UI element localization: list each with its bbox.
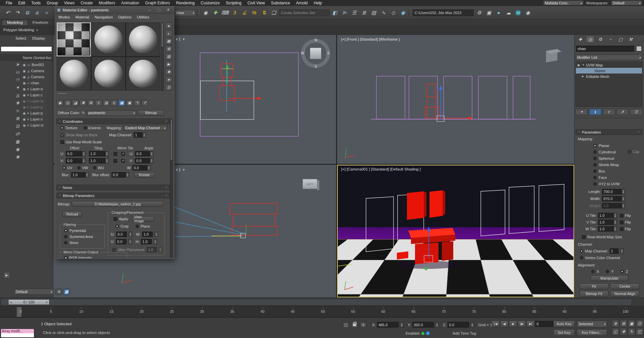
map-name-dropdown[interactable]: pavimento bbox=[87, 110, 136, 116]
go-forward-to-sibling-icon[interactable]: ↱ bbox=[141, 100, 148, 106]
center-button[interactable]: Center bbox=[610, 283, 639, 289]
flip-checkbox[interactable] bbox=[620, 221, 624, 224]
display-bones-icon[interactable]: ☍ bbox=[15, 131, 20, 137]
angle-field[interactable]: 0.0 bbox=[135, 158, 150, 163]
menu-item[interactable]: Help bbox=[311, 1, 325, 5]
x-spinner[interactable] bbox=[400, 322, 404, 328]
keyboard-override-icon[interactable]: ⌨ bbox=[221, 8, 229, 17]
visibility-eye-icon[interactable]: ◉ bbox=[23, 63, 26, 67]
angle-snap-icon[interactable]: ∠ bbox=[240, 8, 249, 17]
schematic-view-icon[interactable]: ◇ bbox=[389, 8, 398, 17]
visibility-eye-icon[interactable]: ◉ bbox=[577, 63, 581, 67]
display-containers-icon[interactable]: ▦ bbox=[15, 139, 20, 144]
tab-utilities[interactable]: ⚒ bbox=[626, 36, 635, 43]
dimension-spinner[interactable] bbox=[622, 203, 625, 208]
offset-field[interactable]: 0.0 bbox=[66, 151, 82, 156]
scene-object-row[interactable]: ◉ ≡ Layer:a bbox=[23, 86, 53, 92]
add-time-tag[interactable]: Add Time Tag bbox=[453, 331, 476, 335]
crop-v-spinner[interactable] bbox=[128, 239, 132, 244]
get-material-icon[interactable]: ◉ bbox=[56, 100, 63, 106]
menu-item[interactable]: File bbox=[3, 1, 15, 5]
scene-object-row[interactable]: ◉ ≡ Layer:p bbox=[23, 104, 53, 110]
coordinates-rollout[interactable]: Coordinates bbox=[56, 118, 170, 124]
modifier-stack-item[interactable]: Gizmo bbox=[576, 68, 642, 74]
put-material-to-scene-icon[interactable]: ◎ bbox=[64, 100, 71, 106]
next-frame-button[interactable]: |▶ bbox=[518, 321, 526, 327]
viewport-filter-icon[interactable]: ▼ bbox=[182, 168, 185, 172]
project-folder-path[interactable] bbox=[413, 9, 474, 16]
scene-object-row[interactable]: ◉ ▱ chao bbox=[23, 80, 53, 86]
offset-spinner[interactable] bbox=[82, 158, 86, 163]
key-filters-button[interactable]: Key Filters... bbox=[577, 329, 607, 336]
angle-spinner[interactable] bbox=[150, 158, 153, 163]
menu-item[interactable]: Group bbox=[44, 1, 61, 5]
show-map-in-viewport-icon[interactable]: ▦ bbox=[118, 100, 125, 106]
menu-item[interactable]: Customize bbox=[198, 1, 223, 5]
normal-align-button[interactable]: Normal Align bbox=[610, 291, 639, 297]
zoom-all-icon[interactable]: ⊞ bbox=[620, 320, 627, 327]
real-world-map-size-checkbox[interactable] bbox=[582, 235, 586, 239]
crop-radio[interactable] bbox=[116, 225, 119, 228]
sample-scrollbar[interactable] bbox=[161, 22, 164, 91]
visibility-eye-icon[interactable]: ◉ bbox=[23, 69, 26, 73]
zoom-icon[interactable]: ⊕ bbox=[612, 320, 619, 327]
tile-spinner[interactable] bbox=[613, 213, 617, 218]
select-by-material-icon[interactable]: ➤ bbox=[165, 77, 172, 83]
tile-spinner[interactable] bbox=[613, 226, 617, 232]
tab-modify[interactable]: ◎ bbox=[586, 36, 595, 43]
info-icon[interactable]: i bbox=[426, 331, 430, 335]
minimize-button[interactable]: − bbox=[146, 7, 153, 13]
zoom-extents-icon[interactable]: ▣ bbox=[628, 320, 635, 327]
map-channel-field[interactable]: 1 bbox=[134, 132, 142, 138]
dimension-field[interactable]: 970.0 bbox=[602, 196, 622, 201]
isolate-selection-toggle[interactable]: ◻ bbox=[342, 322, 349, 328]
crop-u-spinner[interactable] bbox=[129, 232, 132, 237]
dimension-spinner[interactable] bbox=[622, 196, 625, 201]
time-slider[interactable]: < 0 / 100 > bbox=[8, 299, 49, 305]
map-channel-field[interactable]: 1 bbox=[610, 248, 618, 254]
apply-checkbox[interactable] bbox=[113, 217, 117, 221]
display-lights-icon[interactable]: ✦ bbox=[15, 85, 20, 90]
sample-type-icon[interactable]: ● bbox=[165, 22, 172, 29]
vw-radio[interactable] bbox=[77, 166, 81, 170]
jitter-field[interactable]: 1.0 bbox=[147, 247, 157, 252]
expand-arrow-icon[interactable]: ▼ bbox=[582, 63, 585, 66]
mapping-option[interactable]: Planar bbox=[593, 142, 619, 149]
crop-h-field[interactable]: 1.0 bbox=[141, 239, 152, 244]
scene-object-row[interactable]: ◉ ◬ Camera bbox=[23, 68, 53, 74]
menu-item[interactable]: Modifiers bbox=[96, 1, 118, 5]
curve-editor-icon[interactable]: ∿ bbox=[379, 8, 388, 17]
display-materials-icon[interactable]: ◉ bbox=[15, 147, 20, 152]
material-editor-icon[interactable]: ◉ bbox=[399, 8, 407, 17]
object-color-swatch[interactable] bbox=[636, 46, 642, 51]
visibility-eye-icon[interactable]: ◉ bbox=[23, 99, 26, 103]
axis-option[interactable]: Z bbox=[620, 269, 628, 274]
configure-modifier-sets-icon[interactable]: ☰ bbox=[630, 109, 642, 115]
material-editor-menu[interactable]: Utilities bbox=[137, 15, 149, 19]
dimension-field[interactable]: 1.0 bbox=[602, 203, 622, 208]
environ-radio[interactable] bbox=[84, 126, 87, 130]
tab-hierarchy[interactable]: ⧉ bbox=[596, 36, 605, 43]
crop-v-field[interactable]: 0.0 bbox=[116, 239, 127, 244]
play-button[interactable]: ▶ bbox=[509, 321, 517, 327]
viewport-label[interactable]: e ]▼ bbox=[176, 167, 185, 172]
ribbon-tab[interactable]: Freeform bbox=[28, 20, 53, 25]
go-to-end-button[interactable]: ▶| bbox=[526, 321, 535, 327]
zoom-region-icon[interactable]: ◱ bbox=[612, 328, 619, 335]
use-pivot-center-icon[interactable]: ◉ bbox=[201, 8, 210, 17]
expand-panel-button[interactable]: ▶ bbox=[3, 272, 10, 279]
pan-icon[interactable]: ✥ bbox=[620, 328, 627, 335]
toggle-scene-explorer-icon[interactable]: ☰ bbox=[350, 8, 359, 17]
scene-object-row[interactable]: ◉ ≡ Layer:p bbox=[23, 110, 53, 116]
menu-item[interactable]: Graph Editors bbox=[142, 1, 173, 5]
pin-stack-icon[interactable]: ✦ bbox=[576, 109, 588, 115]
viewport-label[interactable]: [+] [Front ] [Standard] [Wireframe ] bbox=[341, 37, 400, 41]
maximize-viewport-toggle-icon[interactable]: ◰ bbox=[636, 328, 643, 335]
use-real-world-scale-checkbox[interactable] bbox=[60, 140, 64, 144]
options-icon[interactable]: ✱ bbox=[165, 69, 172, 75]
map-channel-spinner[interactable] bbox=[620, 248, 624, 254]
tab-create[interactable]: ✚ bbox=[576, 36, 585, 43]
mapping-radio[interactable] bbox=[593, 170, 597, 173]
mapping-radio[interactable] bbox=[593, 150, 597, 154]
reference-coordinate-dropdown[interactable]: View bbox=[174, 9, 196, 16]
